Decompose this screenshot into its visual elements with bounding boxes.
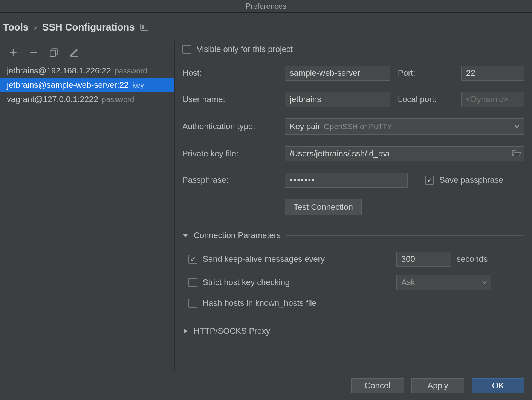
- separator: [286, 235, 524, 236]
- auth-type-value: Key pair: [290, 122, 320, 131]
- copy-icon[interactable]: [49, 47, 59, 57]
- proxy-title: HTTP/SOCKS Proxy: [194, 326, 270, 336]
- config-item[interactable]: jetbrains@sample-web-server:22 key: [0, 78, 174, 92]
- dialog-footer: Cancel Apply OK: [0, 371, 532, 400]
- auth-type-hint: OpenSSH or PuTTY: [324, 122, 392, 131]
- svg-rect-3: [50, 50, 55, 56]
- host-label: Host:: [182, 68, 277, 78]
- port-label: Port:: [398, 68, 454, 78]
- triangle-down-icon: [182, 232, 188, 238]
- save-passphrase-checkbox[interactable]: [425, 176, 434, 185]
- test-connection-button[interactable]: Test Connection: [285, 199, 362, 215]
- apply-button[interactable]: Apply: [411, 378, 464, 393]
- auth-type-label: Authentication type:: [182, 122, 277, 131]
- config-list: jetbrains@192.168.1.226:22 password jetb…: [0, 61, 174, 107]
- save-passphrase-label: Save passphrase: [439, 175, 503, 185]
- breadcrumb-page: SSH Configurations: [42, 21, 135, 33]
- connection-parameters-header[interactable]: Connection Parameters: [182, 231, 524, 240]
- keepalive-input[interactable]: [396, 252, 451, 267]
- form: Visible only for this project Host: Port…: [175, 41, 532, 371]
- auth-type-select[interactable]: Key pair OpenSSH or PuTTY: [285, 118, 524, 135]
- triangle-right-icon: [182, 328, 188, 334]
- config-item-auth: key: [132, 81, 144, 90]
- passphrase-input[interactable]: [285, 173, 408, 188]
- user-input[interactable]: [285, 92, 390, 107]
- connection-parameters-title: Connection Parameters: [194, 231, 281, 240]
- proxy-header[interactable]: HTTP/SOCKS Proxy: [182, 326, 524, 336]
- visible-project-label: Visible only for this project: [197, 44, 293, 54]
- keepalive-checkbox[interactable]: [188, 255, 197, 264]
- folder-open-icon[interactable]: [512, 149, 521, 159]
- hash-hosts-checkbox[interactable]: [188, 299, 197, 308]
- sidebar: jetbrains@192.168.1.226:22 password jetb…: [0, 41, 175, 371]
- breadcrumb: Tools › SSH Configurations: [0, 13, 532, 41]
- config-item[interactable]: jetbrains@192.168.1.226:22 password: [0, 64, 174, 78]
- svg-rect-1: [141, 25, 144, 29]
- config-item[interactable]: vagrant@127.0.0.1:2222 password: [0, 92, 174, 107]
- project-layout-icon[interactable]: [140, 24, 148, 31]
- config-item-auth: password: [115, 67, 147, 75]
- window-title: Preferences: [0, 0, 532, 13]
- keepalive-label: Send keep-alive messages every: [203, 254, 391, 264]
- chevron-down-icon: [482, 278, 487, 287]
- local-port-input[interactable]: [461, 92, 524, 107]
- strict-host-checkbox[interactable]: [188, 278, 197, 287]
- host-input[interactable]: [285, 66, 390, 81]
- config-item-auth: password: [102, 95, 135, 104]
- ok-button[interactable]: OK: [472, 378, 524, 393]
- user-label: User name:: [182, 95, 277, 104]
- hash-hosts-label: Hash hosts in known_hosts file: [203, 298, 316, 308]
- edit-icon[interactable]: [69, 47, 79, 57]
- plus-icon[interactable]: [8, 47, 18, 57]
- keepalive-unit: seconds: [457, 254, 488, 264]
- cancel-button[interactable]: Cancel: [351, 378, 404, 393]
- pk-input[interactable]: [285, 146, 524, 161]
- sidebar-toolbar: [0, 45, 174, 61]
- chevron-down-icon: [514, 122, 520, 131]
- breadcrumb-root[interactable]: Tools: [3, 21, 28, 33]
- passphrase-label: Passphrase:: [182, 175, 277, 185]
- local-port-label: Local port:: [398, 95, 454, 104]
- separator: [275, 331, 524, 331]
- config-item-label: jetbrains@192.168.1.226:22: [7, 66, 111, 76]
- config-item-label: vagrant@127.0.0.1:2222: [7, 95, 98, 104]
- pk-label: Private key file:: [182, 149, 277, 159]
- strict-mode-select[interactable]: Ask: [396, 275, 491, 290]
- strict-mode-value: Ask: [401, 278, 415, 287]
- config-item-label: jetbrains@sample-web-server:22: [7, 80, 128, 90]
- minus-icon[interactable]: [29, 47, 38, 57]
- chevron-right-icon: ›: [34, 21, 37, 33]
- port-input[interactable]: [461, 66, 524, 81]
- visible-project-checkbox[interactable]: [182, 45, 191, 54]
- strict-host-label: Strict host key checking: [203, 278, 391, 287]
